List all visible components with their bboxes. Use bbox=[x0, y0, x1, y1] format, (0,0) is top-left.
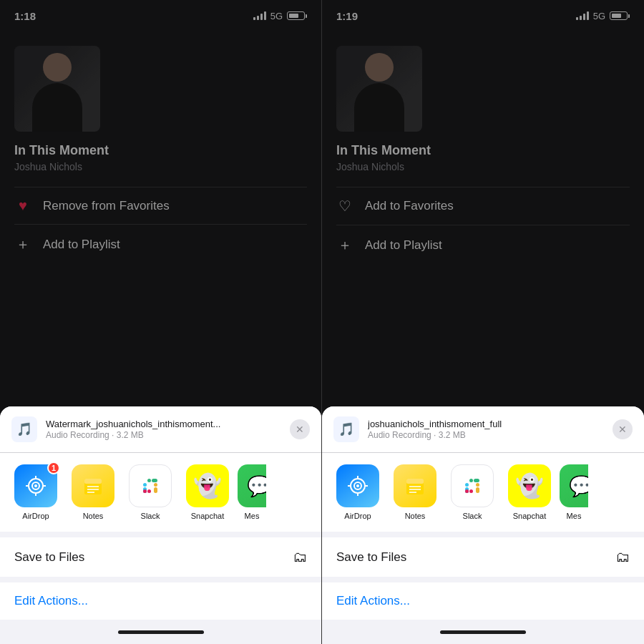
left-phone-screen: 1:18 5G In This Moment Joshua Nichols ♥ … bbox=[0, 0, 322, 644]
right-messages-icon-wrap: 💬 bbox=[560, 464, 588, 507]
left-airdrop-icon-wrap: 1 bbox=[14, 464, 57, 507]
right-airdrop-icon bbox=[336, 464, 379, 507]
left-ghost-icon: 👻 bbox=[193, 472, 222, 499]
right-app-messages[interactable]: 💬 Mes bbox=[560, 464, 588, 520]
right-app-slack[interactable]: Slack bbox=[445, 464, 499, 520]
left-save-files-label: Save to Files bbox=[14, 550, 84, 565]
left-messages-bubble-icon: 💬 bbox=[247, 474, 267, 498]
right-save-to-files[interactable]: Save to Files 🗂 bbox=[322, 537, 644, 577]
svg-rect-38 bbox=[469, 489, 473, 493]
svg-rect-28 bbox=[406, 479, 424, 484]
right-file-info: joshuanichols_inthismoment_full Audio Re… bbox=[368, 419, 604, 440]
right-app-snapchat[interactable]: 👻 Snapchat bbox=[502, 464, 557, 520]
right-messages-bubble-icon: 💬 bbox=[569, 474, 589, 498]
right-notes-icon bbox=[394, 464, 436, 507]
right-share-header: 🎵 joshuanichols_inthismoment_full Audio … bbox=[322, 406, 644, 453]
right-file-name: joshuanichols_inthismoment_full bbox=[368, 419, 604, 429]
left-snapchat-icon-wrap: 👻 bbox=[186, 464, 229, 507]
left-share-header: 🎵 Watermark_joshuanichols_inthismoment..… bbox=[0, 406, 321, 453]
left-save-files-left: Save to Files bbox=[14, 550, 84, 565]
left-messages-icon-wrap: 💬 bbox=[238, 464, 266, 507]
left-apps-row: 1 AirDrop Not bbox=[0, 453, 321, 532]
svg-rect-8 bbox=[84, 479, 102, 484]
right-home-bar bbox=[440, 630, 526, 634]
left-file-meta: Audio Recording · 3.2 MB bbox=[46, 430, 281, 440]
right-slack-icon-wrap bbox=[451, 464, 494, 507]
right-messages-label: Mes bbox=[567, 512, 582, 520]
left-slack-icon-wrap bbox=[129, 464, 172, 507]
right-edit-actions-label: Edit Actions... bbox=[336, 594, 410, 608]
right-slack-label: Slack bbox=[463, 512, 482, 520]
right-apps-row: AirDrop Notes bbox=[322, 453, 644, 532]
right-folder-icon: 🗂 bbox=[615, 549, 630, 565]
svg-rect-17 bbox=[154, 487, 157, 493]
svg-rect-15 bbox=[152, 479, 157, 482]
svg-point-6 bbox=[34, 484, 37, 487]
right-share-actions: Save to Files 🗂 bbox=[322, 537, 644, 577]
left-home-bar bbox=[118, 630, 204, 634]
left-close-button[interactable]: ✕ bbox=[290, 419, 310, 439]
right-app-notes[interactable]: Notes bbox=[388, 464, 442, 520]
svg-rect-37 bbox=[476, 487, 479, 493]
left-app-airdrop[interactable]: 1 AirDrop bbox=[9, 464, 63, 520]
svg-rect-12 bbox=[143, 483, 147, 487]
left-notes-icon bbox=[72, 464, 114, 507]
left-snapchat-label: Snapchat bbox=[191, 512, 224, 520]
svg-rect-39 bbox=[465, 489, 469, 493]
left-file-info: Watermark_joshuanichols_inthismoment... … bbox=[46, 419, 281, 440]
right-save-files-label: Save to Files bbox=[336, 550, 406, 565]
svg-rect-19 bbox=[143, 489, 147, 493]
left-messages-icon: 💬 bbox=[238, 464, 266, 507]
left-edit-actions-label: Edit Actions... bbox=[14, 594, 88, 608]
left-share-actions: Save to Files 🗂 bbox=[0, 537, 321, 577]
svg-rect-35 bbox=[474, 479, 479, 482]
svg-rect-16 bbox=[154, 483, 157, 487]
left-notes-icon-wrap bbox=[72, 464, 114, 507]
left-home-indicator bbox=[0, 620, 321, 644]
left-notes-label: Notes bbox=[83, 512, 104, 520]
svg-point-26 bbox=[356, 484, 359, 487]
right-snapchat-icon: 👻 bbox=[508, 464, 551, 507]
left-app-notes[interactable]: Notes bbox=[66, 464, 120, 520]
right-snapchat-icon-wrap: 👻 bbox=[508, 464, 551, 507]
right-snapchat-label: Snapchat bbox=[513, 512, 546, 520]
left-slack-label: Slack bbox=[141, 512, 160, 520]
left-save-to-files[interactable]: Save to Files 🗂 bbox=[0, 537, 321, 577]
right-save-files-left: Save to Files bbox=[336, 550, 406, 565]
right-notes-icon-wrap bbox=[394, 464, 436, 507]
right-slack-icon bbox=[451, 464, 494, 507]
right-close-button[interactable]: ✕ bbox=[613, 419, 633, 439]
left-edit-actions[interactable]: Edit Actions... bbox=[0, 582, 321, 620]
left-messages-label: Mes bbox=[245, 512, 260, 520]
left-share-sheet: 🎵 Watermark_joshuanichols_inthismoment..… bbox=[0, 406, 321, 644]
right-phone-screen: 1:19 5G In This Moment Joshua Nichols ♡ … bbox=[322, 0, 644, 644]
svg-rect-34 bbox=[469, 479, 473, 482]
right-share-sheet: 🎵 joshuanichols_inthismoment_full Audio … bbox=[322, 406, 644, 644]
right-ghost-icon: 👻 bbox=[515, 472, 544, 499]
right-notes-label: Notes bbox=[405, 512, 426, 520]
left-app-messages[interactable]: 💬 Mes bbox=[238, 464, 266, 520]
right-file-icon: 🎵 bbox=[333, 416, 359, 442]
left-airdrop-badge: 1 bbox=[47, 462, 60, 474]
right-edit-actions[interactable]: Edit Actions... bbox=[322, 582, 644, 620]
right-home-indicator bbox=[322, 620, 644, 644]
right-file-meta: Audio Recording · 3.2 MB bbox=[368, 430, 604, 440]
left-snapchat-icon: 👻 bbox=[186, 464, 229, 507]
svg-rect-18 bbox=[147, 489, 151, 493]
left-file-icon: 🎵 bbox=[11, 416, 37, 442]
left-app-slack[interactable]: Slack bbox=[123, 464, 177, 520]
svg-rect-36 bbox=[476, 483, 479, 487]
left-slack-icon bbox=[129, 464, 172, 507]
left-folder-icon: 🗂 bbox=[293, 549, 307, 565]
left-airdrop-label: AirDrop bbox=[22, 512, 49, 520]
left-file-name: Watermark_joshuanichols_inthismoment... bbox=[46, 419, 281, 429]
left-app-snapchat[interactable]: 👻 Snapchat bbox=[180, 464, 235, 520]
svg-rect-14 bbox=[147, 479, 151, 482]
right-airdrop-icon-wrap bbox=[336, 464, 379, 507]
right-app-airdrop[interactable]: AirDrop bbox=[331, 464, 385, 520]
right-airdrop-label: AirDrop bbox=[344, 512, 371, 520]
right-messages-icon: 💬 bbox=[560, 464, 588, 507]
svg-rect-32 bbox=[465, 483, 469, 487]
